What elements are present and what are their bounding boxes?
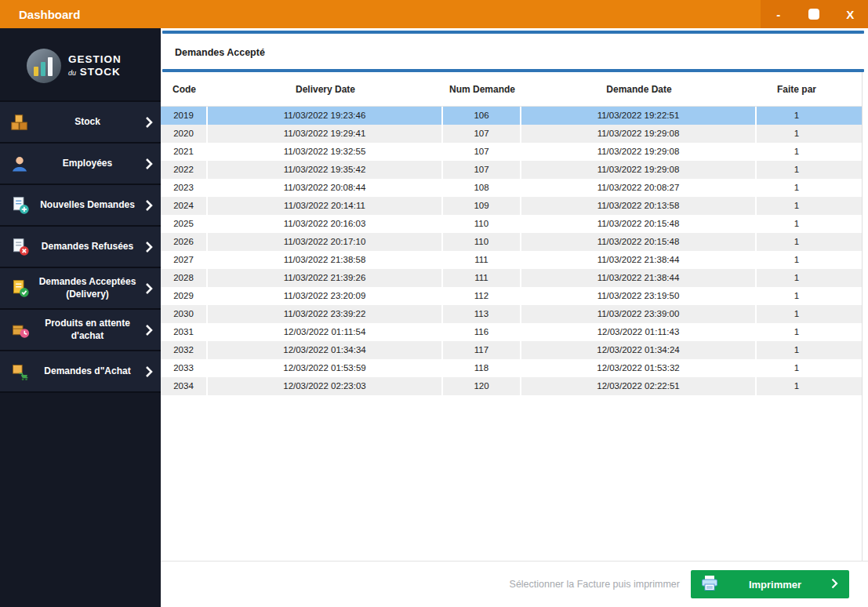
sidebar-item-nouvelles-demandes[interactable]: Nouvelles Demandes [0, 185, 161, 227]
table-row[interactable]: 202711/03/2022 21:38:5811111/03/2022 21:… [161, 251, 862, 269]
table-cell: 116 [443, 323, 521, 341]
table-row[interactable]: 202611/03/2022 20:17:1011011/03/2022 20:… [161, 233, 862, 251]
table-row[interactable]: 202311/03/2022 20:08:4410811/03/2022 20:… [161, 179, 862, 197]
table-cell: 12/03/2022 01:11:54 [208, 323, 443, 341]
table-cell: 2025 [161, 215, 208, 233]
table-cell: 11/03/2022 20:13:58 [521, 197, 757, 215]
table-cell: 12/03/2022 01:53:59 [208, 359, 443, 377]
table-cell: 1 [757, 197, 837, 215]
table-cell: 12/03/2022 01:34:24 [521, 341, 757, 359]
close-icon: X [846, 8, 854, 21]
chevron-right-icon [143, 324, 154, 336]
sidebar-item-demandes-achat[interactable]: Demandes d"Achat [0, 351, 161, 393]
table-cell: 1 [757, 233, 837, 251]
main-content: Demandes Accepté Code Delivery Date Num … [161, 28, 868, 607]
table-cell: 2028 [161, 269, 208, 287]
table-row[interactable]: 202811/03/2022 21:39:2611111/03/2022 21:… [161, 269, 862, 287]
table-cell: 118 [443, 359, 521, 377]
column-header-delivery-date[interactable]: Delivery Date [208, 84, 443, 95]
stock-icon [8, 112, 31, 133]
table-cell: 11/03/2022 19:32:55 [208, 143, 443, 161]
sidebar-item-demandes-refusees[interactable]: Demandes Refusées [0, 227, 161, 268]
close-button[interactable]: X [838, 2, 862, 26]
table-cell: 11/03/2022 20:15:48 [521, 233, 757, 251]
table-cell: 112 [443, 287, 521, 305]
section-title: Demandes Accepté [175, 47, 868, 58]
table-cell: 11/03/2022 21:38:44 [521, 251, 757, 269]
column-header-demande-date[interactable]: Demande Date [521, 84, 757, 95]
table-cell: 11/03/2022 20:14:11 [208, 197, 443, 215]
column-header-num-demande[interactable]: Num Demande [443, 84, 521, 95]
table-row[interactable]: 203212/03/2022 01:34:3411712/03/2022 01:… [161, 341, 862, 359]
table-cell: 2034 [161, 377, 208, 395]
table-row[interactable]: 201911/03/2022 19:23:4610611/03/2022 19:… [161, 107, 862, 125]
print-hint-text: Sélectionner la Facture puis imprimmer [510, 579, 680, 590]
sidebar-item-produits-en-attente[interactable]: Produits en attente d'achat [0, 310, 161, 351]
table-cell: 106 [443, 107, 521, 125]
table-cell: 11/03/2022 19:35:42 [208, 161, 443, 179]
table-cell: 12/03/2022 01:34:34 [208, 341, 443, 359]
table-cell: 11/03/2022 23:39:22 [208, 305, 443, 323]
table-cell: 1 [757, 179, 837, 197]
chevron-right-icon [143, 365, 154, 378]
accent-rule-top [162, 31, 864, 34]
sidebar-menu: Stock Employées [0, 100, 161, 393]
table-row[interactable]: 202411/03/2022 20:14:1110911/03/2022 20:… [161, 197, 862, 215]
table-cell: 1 [757, 305, 837, 323]
sidebar-item-label: Demandes Refusées [31, 241, 143, 253]
table-cell: 108 [443, 179, 521, 197]
sidebar-item-employees[interactable]: Employées [0, 144, 161, 185]
maximize-icon [808, 9, 819, 20]
table-row[interactable]: 202511/03/2022 20:16:0311011/03/2022 20:… [161, 215, 862, 233]
table-cell: 107 [443, 125, 521, 143]
table-cell: 120 [443, 377, 521, 395]
table-cell: 11/03/2022 20:17:10 [208, 233, 443, 251]
table-cell: 1 [757, 161, 837, 179]
table-cell: 1 [757, 377, 837, 395]
table-cell: 11/03/2022 19:29:08 [521, 143, 757, 161]
table-cell: 2030 [161, 305, 208, 323]
table-cell: 11/03/2022 21:38:58 [208, 251, 443, 269]
table-cell: 1 [757, 251, 837, 269]
table-cell: 2019 [161, 107, 208, 125]
sidebar-item-label: Stock [31, 116, 143, 129]
table-row[interactable]: 202211/03/2022 19:35:4210711/03/2022 19:… [161, 161, 862, 179]
table-row[interactable]: 203312/03/2022 01:53:5911812/03/2022 01:… [161, 359, 862, 377]
table-cell: 2022 [161, 161, 208, 179]
chevron-right-icon [143, 241, 154, 253]
table-cell: 2029 [161, 287, 208, 305]
sidebar-item-stock[interactable]: Stock [0, 102, 161, 144]
maximize-button[interactable] [802, 2, 826, 26]
table-cell: 2032 [161, 341, 208, 359]
table-cell: 2024 [161, 197, 208, 215]
table-row[interactable]: 203412/03/2022 02:23:0312012/03/2022 02:… [161, 377, 862, 395]
table-cell: 12/03/2022 01:11:43 [521, 323, 757, 341]
table-cell: 12/03/2022 02:23:03 [208, 377, 443, 395]
table-cell: 11/03/2022 21:38:44 [521, 269, 757, 287]
table-cell: 11/03/2022 20:08:27 [521, 179, 757, 197]
table-cell: 11/03/2022 23:19:50 [521, 287, 757, 305]
column-header-faite-par[interactable]: Faite par [757, 84, 837, 95]
column-header-code[interactable]: Code [161, 84, 208, 95]
table-row[interactable]: 202911/03/2022 23:20:0911211/03/2022 23:… [161, 287, 862, 305]
print-button[interactable]: Imprimmer [691, 570, 849, 598]
table-row[interactable]: 202011/03/2022 19:29:4110711/03/2022 19:… [161, 125, 862, 143]
table-cell: 109 [443, 197, 521, 215]
minimize-button[interactable]: - [767, 2, 790, 26]
table-cell: 107 [443, 143, 521, 161]
chevron-right-icon [143, 116, 154, 129]
table-row[interactable]: 202111/03/2022 19:32:5510711/03/2022 19:… [161, 143, 862, 161]
logo-text: GESTION du STOCK [68, 53, 122, 78]
table-cell: 12/03/2022 02:22:51 [521, 377, 757, 395]
table-row[interactable]: 203112/03/2022 01:11:5411612/03/2022 01:… [161, 323, 862, 341]
sidebar-item-demandes-acceptees[interactable]: Demandes Acceptées (Delivery) [0, 268, 161, 310]
table-cell: 1 [757, 359, 837, 377]
table-row[interactable]: 203011/03/2022 23:39:2211311/03/2022 23:… [161, 305, 862, 323]
sidebar-item-label: Demandes Acceptées (Delivery) [31, 276, 143, 300]
chevron-right-icon [143, 199, 154, 212]
table-cell: 11/03/2022 20:08:44 [208, 179, 443, 197]
print-button-label: Imprimmer [749, 579, 801, 591]
table-cell: 2020 [161, 125, 208, 143]
table-body: 201911/03/2022 19:23:4610611/03/2022 19:… [161, 107, 862, 395]
purchase-request-icon [8, 362, 31, 381]
